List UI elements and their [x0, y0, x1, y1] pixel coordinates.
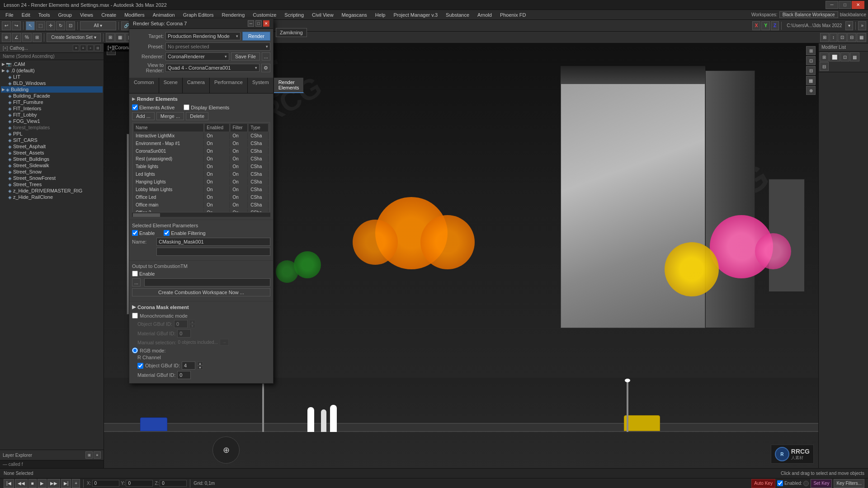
menu-file[interactable]: File — [2, 11, 17, 19]
tb2-angle-snap[interactable]: ∠ — [12, 33, 21, 42]
table-row[interactable]: Lobby Main LightsOnOnCSha — [134, 186, 269, 193]
menu-customize[interactable]: Customize — [249, 11, 280, 19]
tree-item-fit-furniture[interactable]: ◈FIT_Furniture — [1, 99, 103, 105]
menu-animation[interactable]: Animation — [149, 11, 179, 19]
menu-arnold[interactable]: Arnold — [474, 11, 495, 19]
play-stop[interactable]: ■ — [28, 479, 37, 488]
tree-item-street-sidewalk[interactable]: ◈Street_Sidewalk — [1, 162, 103, 169]
col-name[interactable]: Name — [134, 124, 204, 131]
tree-item-building-facade[interactable]: ◈Building_Facade — [1, 93, 103, 99]
menu-views[interactable]: Views — [76, 11, 97, 19]
workspace-value[interactable]: Black Balance Workspace — [779, 11, 838, 18]
add-button[interactable]: Add ... — [132, 112, 155, 120]
tree-item-forest[interactable]: ◈forest_templates — [1, 124, 103, 131]
tree-item-street-buildings[interactable]: ◈Street_Buildings — [1, 156, 103, 162]
col-type[interactable]: Type — [249, 124, 269, 131]
menu-substance[interactable]: Substance — [442, 11, 473, 19]
play-next[interactable]: ▶▶ — [47, 479, 60, 488]
viewport-ctrl3[interactable]: ⊟ — [806, 66, 816, 75]
enable-filtering-checkbox[interactable]: Enable Filtering — [164, 230, 205, 236]
close-btn[interactable]: ✕ — [852, 1, 864, 9]
preset-combo[interactable]: No preset selected ▾ — [165, 42, 270, 51]
explorer-filter-btn[interactable]: ✕ — [73, 45, 79, 51]
table-row[interactable]: Led lightsOnOnCSha — [134, 171, 269, 178]
tb-xyz-y[interactable]: Y — [761, 21, 770, 30]
viewport-ctrl2[interactable]: ⊡ — [806, 56, 816, 65]
tree-item-sit-cars[interactable]: ◈SIT_CARS — [1, 137, 103, 143]
tree-item-street-trees[interactable]: ◈Street_Trees — [1, 181, 103, 188]
rs-close-btn[interactable]: ✕ — [263, 20, 269, 27]
z-input[interactable] — [160, 480, 187, 487]
tree-item-hide-driver[interactable]: ◈z_Hide_DRIVERMASTER_RIG — [1, 188, 103, 194]
rs-more-btn[interactable]: ... — [262, 52, 270, 61]
mod-btn4[interactable]: ▦ — [850, 52, 859, 61]
rs-tab-scene[interactable]: Scene — [159, 78, 183, 93]
tree-item-bld-windows[interactable]: ◈BLD_Windows — [1, 80, 103, 86]
rs-tab-camera[interactable]: Camera — [183, 78, 210, 93]
monochromatic-checkbox[interactable] — [132, 313, 138, 319]
table-row[interactable]: Office 2OnOnCSha — [134, 209, 269, 212]
rs-tab-render-elements[interactable]: Render Elements — [274, 78, 304, 93]
rs-minimize-btn[interactable]: ─ — [248, 20, 254, 27]
render-button[interactable]: Render — [242, 32, 270, 41]
tb-browse[interactable]: ▾ — [845, 21, 853, 30]
play-prev-key[interactable]: |◀ — [4, 479, 14, 488]
table-row[interactable]: Office mainOnOnCSha — [134, 202, 269, 208]
menu-modifiers[interactable]: Modifiers — [121, 11, 148, 19]
auto-key-btn[interactable]: Auto Key — [751, 479, 775, 488]
combustion-path-input[interactable] — [144, 278, 270, 286]
target-combo[interactable]: Production Rendering Mode ▾ — [165, 32, 241, 40]
minimize-btn[interactable]: ─ — [826, 1, 838, 9]
table-row[interactable]: Table lightsOnOnCSha — [134, 163, 269, 170]
element-name-input[interactable] — [156, 238, 270, 246]
tb-scale[interactable]: ⊡ — [66, 21, 75, 30]
play-prev[interactable]: ◀◀ — [15, 479, 28, 488]
elements-active-checkbox[interactable]: Elements Active — [132, 104, 175, 110]
tb-xyz-x[interactable]: X — [752, 21, 761, 30]
explorer-add-btn[interactable]: + — [87, 45, 94, 51]
menu-civil-view[interactable]: Civil View — [308, 11, 337, 19]
tree-item-fit-lobby[interactable]: ◈FIT_Lobby — [1, 112, 103, 118]
tree-item-lit[interactable]: ◈LIT — [1, 74, 103, 80]
menu-rendering[interactable]: Rendering — [218, 11, 249, 19]
menu-help[interactable]: Help — [372, 11, 389, 19]
menu-edit[interactable]: Edit — [18, 11, 34, 19]
tree-item-street-asphalt[interactable]: ◈Street_Asphalt — [1, 143, 103, 150]
menu-scripting[interactable]: Scripting — [281, 11, 307, 19]
tb2-rbtn3[interactable]: ⊡ — [838, 33, 847, 42]
menu-group[interactable]: Group — [54, 11, 75, 19]
menu-phoenix-fd[interactable]: Phoenix FD — [496, 11, 529, 19]
play-btn[interactable]: ▶ — [38, 479, 47, 488]
tb2-btn2[interactable]: ▦ — [115, 33, 125, 42]
tree-item-default[interactable]: ▶◈.0 (default) — [1, 67, 103, 74]
x-input[interactable] — [92, 480, 119, 487]
tb2-rbtn4[interactable]: ⊟ — [847, 33, 856, 42]
object-gbuf2-checkbox[interactable] — [137, 363, 143, 369]
object-gbuf2-spin[interactable]: ▲ ▼ — [197, 361, 203, 370]
view-config-btn[interactable]: ⚙ — [261, 64, 270, 72]
play-next-key[interactable]: ▶| — [61, 479, 71, 488]
tb2-rbtn1[interactable]: ⊞ — [820, 33, 829, 42]
menu-project-manager[interactable]: Project Manager v.3 — [390, 11, 441, 19]
viewport-ctrl1[interactable]: ⊞ — [806, 46, 816, 55]
tree-item-street-assets[interactable]: ◈Street_Assets — [1, 150, 103, 156]
viewport-ctrl5[interactable]: ⊕ — [806, 86, 816, 95]
merge-button[interactable]: Merge ... — [156, 112, 184, 120]
play-add-time[interactable]: + — [72, 479, 80, 488]
table-row[interactable]: Environment - Map #1OnOnCSha — [134, 140, 269, 147]
layer-explorer-btn1[interactable]: ⊞ — [85, 451, 93, 459]
menu-megascans[interactable]: Megascans — [338, 11, 371, 19]
rs-maximize-btn[interactable]: □ — [255, 20, 262, 27]
explorer-more-btn[interactable]: ⊞ — [94, 45, 101, 51]
material-gbuf2-input[interactable] — [177, 371, 191, 379]
viewport-ctrl4[interactable]: ▦ — [806, 76, 816, 85]
tb-select[interactable]: ↖ — [26, 21, 35, 30]
explorer-config-btn[interactable]: ≡ — [80, 45, 86, 51]
rgb-mode-radio[interactable] — [132, 347, 138, 353]
table-row[interactable]: Rest (unassigned)OnOnCSha — [134, 155, 269, 162]
object-gbuf2-input[interactable] — [182, 361, 195, 370]
tree-item-ppl[interactable]: ◈PPL — [1, 131, 103, 137]
mod-btn1[interactable]: ⊞ — [820, 52, 829, 61]
elements-table-container[interactable]: Name Enabled Filter Type Interactive Lig… — [132, 122, 270, 212]
table-row[interactable]: Hanging LightsOnOnCSha — [134, 178, 269, 185]
